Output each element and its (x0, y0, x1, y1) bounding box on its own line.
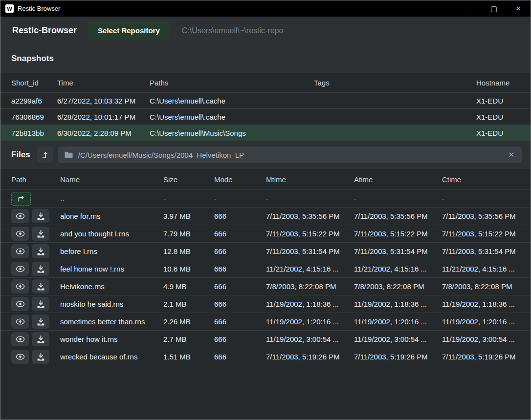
snapshot-row[interactable]: 72b813bb6/30/2022, 2:28:09 PMC:\Users\em… (0, 125, 531, 141)
file-atime: 7/11/2003, 5:31:54 PM (354, 247, 442, 255)
file-mtime: - (266, 194, 354, 203)
snapshot-paths: C:\Users\emuell\.cache (150, 113, 314, 121)
file-row[interactable]: Helvikone.rns4.9 MB6667/8/2003, 8:22:08 … (0, 277, 531, 295)
file-size: 7.79 MB (163, 230, 214, 238)
minimize-button[interactable]: — (457, 0, 482, 17)
file-mode: 666 (214, 265, 266, 273)
file-size: 1.51 MB (163, 353, 214, 361)
file-row[interactable]: moskito he said.rns2.1 MB66611/19/2002, … (0, 295, 531, 313)
preview-button[interactable] (11, 244, 29, 258)
column-header-atime: Atime (354, 175, 442, 184)
file-actions (11, 209, 60, 223)
download-button[interactable] (32, 262, 49, 276)
preview-button[interactable] (11, 262, 29, 276)
column-header-paths: Paths (150, 79, 314, 87)
download-button[interactable] (32, 244, 49, 258)
file-actions (11, 279, 60, 294)
download-icon (37, 230, 45, 238)
preview-button[interactable] (11, 209, 29, 223)
file-atime: 7/8/2003, 8:22:08 PM (354, 282, 442, 291)
file-name: and you thought I.rns (60, 230, 163, 238)
file-row[interactable]: before I.rns12.8 MB6667/11/2003, 5:31:54… (0, 242, 531, 260)
file-mtime: 7/8/2003, 8:22:08 PM (266, 282, 354, 291)
file-mode: 666 (214, 335, 266, 343)
window-title: Restic Browser (18, 5, 60, 12)
up-level-button[interactable] (37, 147, 53, 163)
column-header-short-id: Short_id (11, 79, 57, 87)
file-ctime: 7/11/2003, 5:19:26 PM (442, 353, 531, 361)
preview-button[interactable] (11, 350, 29, 364)
current-path-text: /C/Users/emuell/Music/Songs/2004_Helveti… (78, 151, 244, 159)
close-button[interactable]: ✕ (506, 0, 531, 17)
up-from-line-icon (41, 150, 49, 159)
file-row[interactable]: wonder how it.rns2.7 MB66611/19/2002, 3:… (0, 330, 531, 348)
eye-icon (16, 266, 25, 272)
snapshot-short-id: 76306869 (11, 113, 57, 121)
parent-dir-row[interactable]: .. - - - - - (0, 189, 531, 207)
file-row[interactable]: alone for.rns3.97 MB6667/11/2003, 5:35:5… (0, 207, 531, 225)
eye-icon (16, 301, 25, 307)
files-column-headers: Path Name Size Mode Mtime Atime Ctime (0, 169, 531, 189)
file-ctime: 11/21/2002, 4:15:16 ... (442, 265, 531, 273)
download-button[interactable] (32, 297, 49, 311)
go-to-parent-button[interactable] (11, 192, 31, 206)
download-icon (37, 300, 45, 308)
file-mtime: 11/21/2002, 4:15:16 ... (266, 265, 354, 273)
current-path-bar[interactable]: /C/Users/emuell/Music/Songs/2004_Helveti… (58, 147, 522, 163)
file-mode: 666 (214, 230, 266, 238)
file-actions (11, 262, 60, 276)
select-repository-button[interactable]: Select Repository (88, 21, 170, 40)
file-mode: 666 (214, 282, 266, 291)
file-size: - (163, 194, 214, 203)
snapshot-row[interactable]: 763068696/28/2022, 10:01:17 PMC:\Users\e… (0, 108, 531, 125)
download-button[interactable] (32, 209, 49, 223)
file-mode: - (214, 194, 266, 203)
preview-button[interactable] (11, 279, 29, 294)
snapshot-short-id: a2299af6 (11, 97, 57, 105)
preview-button[interactable] (11, 297, 29, 311)
preview-button[interactable] (11, 315, 29, 329)
file-atime: - (354, 194, 442, 203)
file-name: Helvikone.rns (60, 282, 163, 291)
snapshot-hostname: X1-EDU (476, 97, 531, 105)
file-atime: 7/11/2003, 5:15:22 PM (354, 230, 442, 238)
app-header: Restic-Browser Select Repository C:\User… (0, 17, 531, 44)
snapshot-time: 6/27/2022, 10:03:32 PM (57, 97, 150, 105)
file-ctime: 7/11/2003, 5:15:22 PM (442, 230, 531, 238)
download-icon (37, 248, 45, 255)
file-mtime: 7/11/2003, 5:35:56 PM (266, 212, 354, 220)
download-button[interactable] (32, 350, 49, 364)
file-mode: 666 (214, 317, 266, 326)
snapshot-time: 6/28/2022, 10:01:17 PM (57, 113, 150, 121)
preview-button[interactable] (11, 227, 29, 241)
file-row[interactable]: sometimes better than.rns2.26 MB66611/19… (0, 313, 531, 330)
file-mode: 666 (214, 353, 266, 361)
file-ctime: 11/19/2002, 1:20:16 ... (442, 317, 531, 326)
file-mtime: 11/19/2002, 1:18:36 ... (266, 300, 354, 308)
files-title: Files (11, 150, 30, 160)
file-size: 2.26 MB (163, 317, 214, 326)
download-button[interactable] (32, 332, 49, 346)
file-row[interactable]: feel home now !.rns10.6 MB66611/21/2002,… (0, 260, 531, 277)
maximize-button[interactable]: ▢ (482, 0, 506, 17)
file-atime: 11/19/2002, 3:00:54 ... (354, 335, 442, 343)
snapshot-paths: C:\Users\emuell\.cache (150, 97, 314, 105)
clear-path-button[interactable]: ✕ (507, 150, 515, 159)
file-size: 2.7 MB (163, 335, 214, 343)
close-icon: ✕ (508, 150, 514, 159)
preview-button[interactable] (11, 332, 29, 346)
snapshots-table: Short_id Time Paths Tags Hostname a2299a… (0, 73, 531, 141)
file-size: 2.1 MB (163, 300, 214, 308)
file-actions (11, 332, 60, 346)
column-header-mode: Mode (214, 175, 266, 184)
file-name: feel home now !.rns (60, 265, 163, 273)
snapshot-row[interactable]: a2299af66/27/2022, 10:03:32 PMC:\Users\e… (0, 92, 531, 108)
file-mode: 666 (214, 300, 266, 308)
download-button[interactable] (32, 315, 49, 329)
download-button[interactable] (32, 227, 49, 241)
file-row[interactable]: and you thought I.rns7.79 MB6667/11/2003… (0, 225, 531, 242)
file-size: 10.6 MB (163, 265, 214, 273)
file-row[interactable]: wrecked because of.rns1.51 MB6667/11/200… (0, 348, 531, 365)
file-actions (11, 227, 60, 241)
download-button[interactable] (32, 279, 49, 294)
